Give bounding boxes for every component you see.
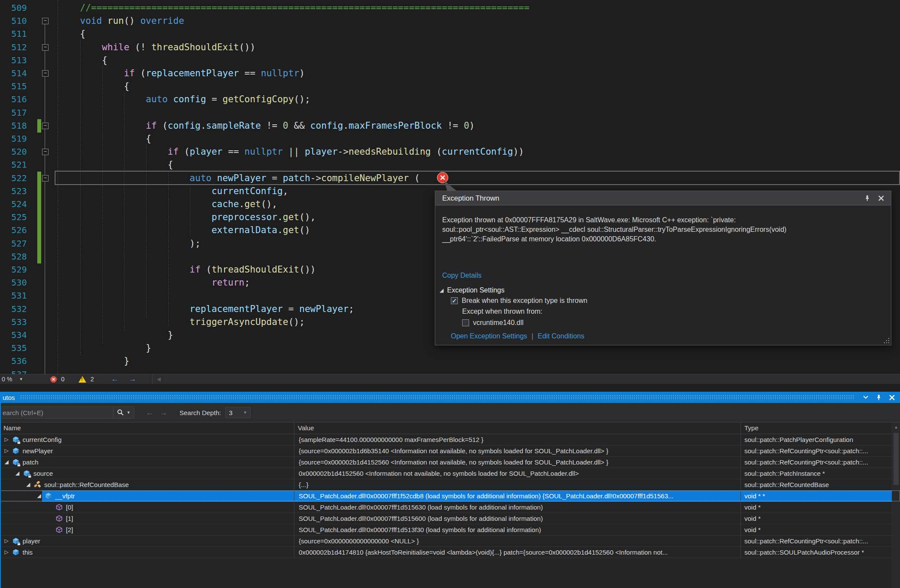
- line-number[interactable]: 537: [0, 368, 27, 374]
- line-number[interactable]: 521: [0, 158, 27, 171]
- line-number[interactable]: 517: [0, 106, 27, 119]
- close-icon[interactable]: [877, 194, 885, 202]
- code-line[interactable]: 516auto config = getConfigCopy();: [0, 93, 900, 106]
- variable-value[interactable]: {source=0x000002b1d6b35140 <Information …: [294, 445, 740, 457]
- pin-icon[interactable]: [863, 194, 871, 202]
- scroll-left-icon[interactable]: ◀: [157, 376, 161, 382]
- window-position-icon[interactable]: [861, 393, 871, 402]
- copy-details-link[interactable]: Copy Details: [442, 272, 482, 279]
- expand-arrow-icon[interactable]: ▷: [3, 536, 10, 546]
- line-number[interactable]: 528: [0, 250, 27, 263]
- line-number[interactable]: 509: [0, 1, 27, 14]
- collapse-arrow-icon[interactable]: ◢: [13, 468, 21, 479]
- variable-value[interactable]: {source=0x0000000000000000 <NULL> }: [294, 536, 740, 547]
- warning-count-icon[interactable]: !: [78, 376, 86, 383]
- code-line[interactable]: 509//===================================…: [0, 1, 900, 14]
- collapse-arrow-icon[interactable]: ◢: [3, 457, 10, 468]
- line-number[interactable]: 523: [0, 185, 27, 198]
- line-number[interactable]: 530: [0, 276, 27, 289]
- code-line[interactable]: 515{: [0, 80, 900, 93]
- column-separator[interactable]: [740, 422, 741, 558]
- exception-breakpoint-icon[interactable]: ✕: [437, 172, 448, 183]
- exception-settings-expander[interactable]: ◢ Exception Settings: [440, 286, 505, 294]
- navigate-forward-icon[interactable]: →: [129, 375, 137, 383]
- variable-value[interactable]: SOUL_PatchLoader.dll!0x00007fff1d513f30 …: [294, 524, 740, 536]
- vertical-scrollbar[interactable]: ▲: [892, 422, 900, 588]
- variable-value[interactable]: {...}: [294, 479, 740, 491]
- collapse-arrow-icon[interactable]: ◢: [35, 491, 43, 501]
- line-number[interactable]: 524: [0, 198, 27, 211]
- fold-collapse-icon[interactable]: −: [42, 149, 49, 155]
- code-line[interactable]: 513{: [0, 54, 900, 67]
- fold-collapse-icon[interactable]: −: [42, 44, 49, 51]
- break-checkbox-row[interactable]: ✓ Break when this exception type is thro…: [451, 297, 587, 305]
- zoom-level-dropdown[interactable]: 0 % ▼: [0, 376, 33, 383]
- navigate-back-icon[interactable]: ←: [111, 375, 119, 383]
- code-line[interactable]: 520−if (player == nullptr || player->nee…: [0, 145, 900, 158]
- line-number[interactable]: 532: [0, 302, 27, 315]
- line-number[interactable]: 526: [0, 224, 27, 237]
- line-number[interactable]: 533: [0, 315, 27, 328]
- line-number[interactable]: 518: [0, 119, 27, 132]
- variable-value[interactable]: {source=0x000002b1d4152560 <Information …: [294, 457, 740, 468]
- code-line[interactable]: 521{: [0, 158, 900, 171]
- code-line[interactable]: 537: [0, 368, 900, 374]
- line-number[interactable]: 525: [0, 211, 27, 224]
- code-line[interactable]: 510−void run() override: [0, 14, 900, 27]
- code-line[interactable]: 536}: [0, 354, 900, 367]
- code-line[interactable]: 518−if (config.sampleRate != 0 && config…: [0, 119, 900, 132]
- line-number[interactable]: 510: [0, 14, 27, 27]
- fold-collapse-icon[interactable]: −: [42, 70, 49, 77]
- code-line[interactable]: 517: [0, 106, 900, 119]
- fold-collapse-icon[interactable]: −: [42, 123, 49, 129]
- variable-value[interactable]: SOUL_PatchLoader.dll!0x00007fff1d515600 …: [294, 513, 740, 524]
- column-header-name[interactable]: Name: [3, 424, 21, 432]
- line-number[interactable]: 522: [0, 172, 27, 185]
- fold-collapse-icon[interactable]: −: [42, 175, 49, 182]
- line-number[interactable]: 514: [0, 67, 27, 80]
- break-checkbox[interactable]: ✓: [451, 297, 458, 304]
- line-number[interactable]: 529: [0, 263, 27, 276]
- column-header-type[interactable]: Type: [744, 424, 759, 432]
- line-number[interactable]: 511: [0, 27, 27, 40]
- search-input[interactable]: [0, 409, 113, 417]
- line-number[interactable]: 527: [0, 237, 27, 250]
- search-options[interactable]: ▼: [113, 407, 134, 418]
- table-row[interactable]: ◢__vfptrSOUL_PatchLoader.dll!0x00007fff1…: [0, 491, 900, 502]
- search-forward-icon[interactable]: →: [160, 408, 167, 417]
- expand-arrow-icon[interactable]: ▷: [3, 547, 10, 558]
- expand-arrow-icon[interactable]: ▷: [3, 445, 10, 456]
- module-checkbox[interactable]: [462, 319, 469, 326]
- line-number[interactable]: 536: [0, 354, 27, 367]
- line-number[interactable]: 516: [0, 93, 27, 106]
- resize-grip[interactable]: [883, 337, 889, 343]
- close-icon[interactable]: [887, 393, 897, 402]
- variable-value[interactable]: SOUL_PatchLoader.dll!0x00007fff1d515630 …: [294, 502, 740, 513]
- variable-value[interactable]: 0x000002b1d4152560 <Information not avai…: [294, 468, 740, 479]
- table-row[interactable]: ▷currentConfig{sampleRate=44100.00000000…: [0, 434, 900, 445]
- column-separator[interactable]: [294, 422, 294, 558]
- line-number[interactable]: 512: [0, 41, 27, 54]
- table-row[interactable]: ◢source0x000002b1d4152560 <Information n…: [0, 468, 900, 479]
- table-row[interactable]: [0]SOUL_PatchLoader.dll!0x00007fff1d5156…: [0, 502, 900, 513]
- table-row[interactable]: ▷this0x000002b1d4174810 {askHostToReinit…: [0, 547, 900, 558]
- table-row[interactable]: ◢patch{source=0x000002b1d4152560 <Inform…: [0, 457, 900, 468]
- code-line[interactable]: 514−if (replacementPlayer == nullptr): [0, 67, 900, 80]
- line-number[interactable]: 513: [0, 54, 27, 67]
- column-header-value[interactable]: Value: [298, 424, 314, 432]
- exception-popup-header[interactable]: Exception Thrown: [435, 191, 891, 205]
- code-line[interactable]: 511{: [0, 27, 900, 40]
- search-back-icon[interactable]: ←: [146, 408, 153, 417]
- expand-arrow-icon[interactable]: ▷: [3, 434, 10, 445]
- fold-collapse-icon[interactable]: −: [42, 18, 49, 24]
- error-count-icon[interactable]: ✕: [50, 376, 57, 383]
- line-number[interactable]: 519: [0, 132, 27, 145]
- line-number[interactable]: 534: [0, 328, 27, 341]
- table-row[interactable]: [2]SOUL_PatchLoader.dll!0x00007fff1d513f…: [0, 524, 900, 536]
- table-header[interactable]: Name Value Type: [0, 422, 900, 434]
- pin-icon[interactable]: [874, 393, 884, 402]
- scroll-up-icon[interactable]: ▲: [892, 425, 900, 429]
- variable-value[interactable]: 0x000002b1d4174810 {askHostToReinitialis…: [294, 547, 740, 558]
- table-row[interactable]: ▷player{source=0x0000000000000000 <NULL>…: [0, 536, 900, 547]
- table-row[interactable]: ▷newPlayer{source=0x000002b1d6b35140 <In…: [0, 445, 900, 457]
